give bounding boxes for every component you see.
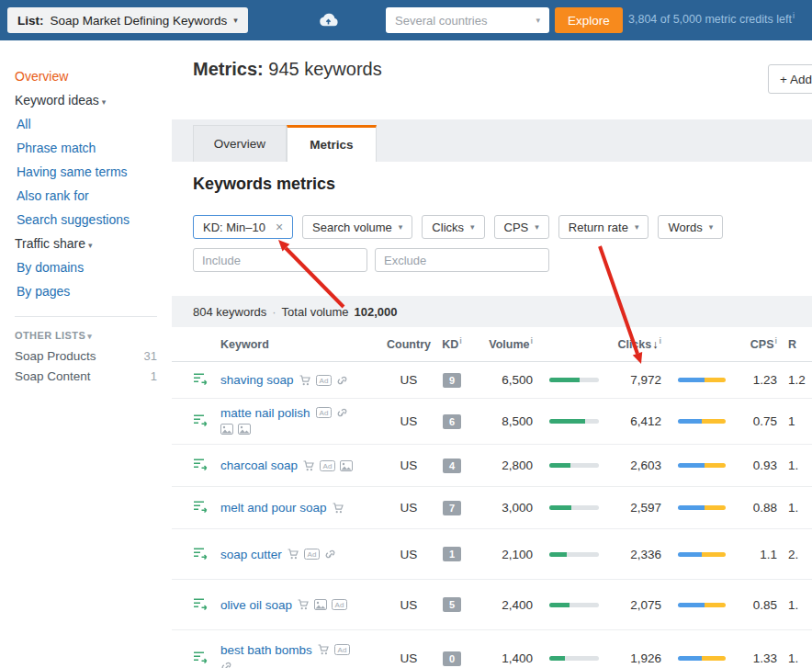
keyword-link[interactable]: olive oil soap	[220, 598, 292, 612]
chevron-down-icon: ▾	[635, 222, 639, 232]
sidebar-item-by-domains[interactable]: By domains	[0, 255, 172, 279]
sidebar-item-overview[interactable]: Overview	[0, 64, 172, 88]
chevron-down-icon: ▾	[88, 241, 93, 250]
sidebar-section-traffic-share[interactable]: Traffic share▾	[0, 232, 172, 255]
ad-icon: Ad	[316, 375, 332, 386]
ad-icon: Ad	[316, 407, 332, 418]
metric-credits: 3,804 of 5,000 metric credits lefti	[628, 13, 795, 26]
cart-icon	[318, 644, 330, 655]
sidebar-item-by-pages[interactable]: By pages	[0, 279, 172, 303]
serp-overview-icon[interactable]	[193, 458, 209, 470]
list-value: Soap Market Defining Keywords	[51, 14, 228, 28]
volume-bar	[549, 463, 599, 468]
volume-cell: 2,800	[472, 459, 533, 472]
keyword-link[interactable]: melt and pour soap	[220, 501, 327, 515]
keyword-link[interactable]: shaving soap	[220, 373, 294, 387]
tab-overview[interactable]: Overview	[193, 125, 287, 162]
explore-button[interactable]: Explore	[555, 7, 623, 33]
cart-icon	[299, 375, 311, 386]
sidebar-list-soap-products[interactable]: Soap Products31	[0, 346, 172, 367]
clicks-cell: 2,597	[603, 501, 661, 515]
clicks-bar	[678, 463, 726, 468]
country-cell: US	[386, 548, 432, 561]
chevron-down-icon: ▾	[470, 222, 475, 232]
column-header-clicks[interactable]: Clicks↓i	[603, 338, 661, 351]
country-selector[interactable]: Several countries ▾	[386, 7, 549, 33]
column-header-kd[interactable]: KDi	[432, 338, 472, 351]
cps-cell: 0.85	[731, 598, 777, 612]
column-header-cps[interactable]: CPSi	[731, 338, 777, 351]
info-icon: i	[793, 11, 795, 20]
cloud-upload-icon[interactable]	[316, 11, 340, 32]
column-header-country[interactable]: Country	[386, 338, 432, 351]
cps-cell: 0.88	[731, 501, 777, 515]
sidebar-nav: OverviewKeyword ideas▾AllPhrase matchHav…	[0, 40, 172, 668]
cps-cell: 0.93	[731, 459, 777, 472]
close-icon[interactable]: ×	[276, 220, 283, 234]
keyword-link[interactable]: charcoal soap	[220, 459, 298, 472]
sidebar-section-keyword-ideas[interactable]: Keyword ideas▾	[0, 88, 172, 112]
cps-cell: 0.75	[731, 414, 777, 428]
total-volume-value: 102,000	[355, 305, 398, 319]
total-volume-label: Total volume	[282, 305, 349, 319]
svg-text:Ad: Ad	[337, 646, 346, 654]
volume-bar	[549, 603, 599, 607]
column-header-r[interactable]: R	[777, 338, 812, 351]
serp-overview-icon[interactable]	[193, 413, 209, 426]
image-icon	[220, 424, 233, 435]
include-input[interactable]	[193, 248, 367, 272]
keyword-link[interactable]: best bath bombs	[220, 643, 312, 657]
cps-cell: 1.1	[731, 548, 777, 561]
link-icon	[324, 549, 336, 560]
sidebar-list-soap-content[interactable]: Soap Content1	[0, 367, 172, 387]
keyword-list-selector[interactable]: List: Soap Market Defining Keywords ▾	[7, 7, 248, 33]
sidebar-other-lists-header[interactable]: OTHER LISTS▾	[0, 324, 172, 346]
keyword-link[interactable]: matte nail polish	[220, 406, 310, 420]
svg-text:Ad: Ad	[319, 409, 328, 417]
filter-chip-return-rate[interactable]: Return rate▾	[558, 215, 649, 239]
table-row: shaving soapAdUS96,5007,9721.231.2	[172, 362, 812, 399]
cart-icon	[333, 503, 344, 514]
add-button[interactable]: + Addi	[768, 64, 812, 94]
volume-bar	[549, 419, 599, 424]
filter-chip-words[interactable]: Words▾	[658, 215, 723, 239]
filter-chip-cps[interactable]: CPS▾	[494, 215, 549, 239]
country-cell: US	[386, 501, 432, 515]
serp-overview-icon[interactable]	[193, 547, 209, 560]
tab-metrics[interactable]: Metrics	[287, 125, 377, 162]
volume-cell: 3,000	[472, 501, 533, 515]
filter-chip-clicks[interactable]: Clicks▾	[422, 215, 484, 239]
kd-badge: 7	[443, 501, 461, 515]
column-header-volume[interactable]: Volumei	[472, 338, 533, 351]
clicks-bar	[678, 656, 726, 661]
svg-text:Ad: Ad	[319, 377, 328, 385]
filter-chip-search-volume[interactable]: Search volume▾	[302, 215, 412, 239]
serp-overview-icon[interactable]	[193, 597, 209, 610]
sidebar-item-also-rank-for[interactable]: Also rank for	[0, 184, 172, 208]
ad-icon: Ad	[304, 549, 320, 560]
sidebar-item-search-suggestions[interactable]: Search suggestions	[0, 208, 172, 232]
serp-overview-icon[interactable]	[193, 651, 209, 663]
sidebar-item-all[interactable]: All	[0, 112, 172, 136]
sidebar-item-phrase-match[interactable]: Phrase match	[0, 136, 172, 160]
clicks-bar	[678, 603, 726, 607]
column-header-keyword[interactable]: Keyword	[220, 338, 386, 351]
volume-cell: 1,400	[472, 651, 533, 665]
keyword-link[interactable]: soap cutter	[220, 548, 282, 561]
volume-bar	[549, 505, 599, 510]
svg-text:Ad: Ad	[323, 462, 333, 470]
return-rate-cell: 1.	[777, 501, 812, 515]
serp-overview-icon[interactable]	[193, 372, 209, 385]
image-icon	[340, 460, 353, 471]
cart-icon	[288, 549, 299, 560]
table-row: soap cutterAdUS12,1002,3361.12.	[172, 529, 812, 580]
serp-overview-icon[interactable]	[193, 500, 209, 513]
table-row: olive oil soapAdUS52,4002,0750.851.	[172, 580, 812, 630]
cps-cell: 1.23	[731, 373, 777, 387]
sidebar-item-having-same-terms[interactable]: Having same terms	[0, 160, 172, 184]
exclude-input[interactable]	[375, 248, 549, 272]
link-icon	[336, 407, 348, 418]
filter-chip-kd[interactable]: KD: Min–10 ×	[193, 215, 293, 239]
section-title: Keywords metrics	[193, 175, 335, 194]
image-icon	[238, 424, 251, 435]
